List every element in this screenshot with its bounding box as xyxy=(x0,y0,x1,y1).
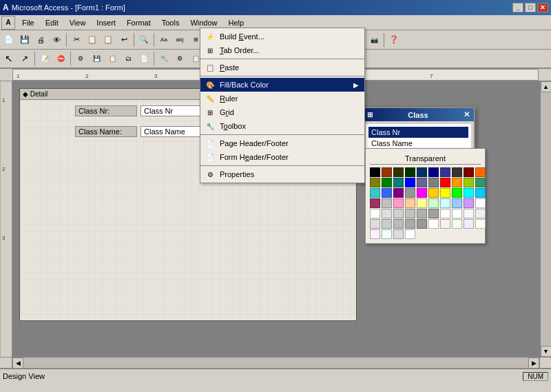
color-cell[interactable] xyxy=(393,188,404,198)
tb-copy[interactable]: 📋 xyxy=(85,32,100,48)
transparent-option[interactable]: Transparent xyxy=(370,153,481,165)
close-button[interactable]: ✕ xyxy=(537,3,548,12)
ctx-page-header-footer[interactable]: 📄 Page Header/Footer xyxy=(200,136,364,150)
color-cell[interactable] xyxy=(382,219,392,229)
tb-cut[interactable]: ✂ xyxy=(69,32,84,48)
color-cell[interactable] xyxy=(417,178,427,187)
menu-view[interactable]: View xyxy=(64,17,92,28)
tb2-cursor[interactable]: ↗ xyxy=(17,51,32,66)
ctx-fill-back-color[interactable]: 🎨 Fill/Back Color ▶ xyxy=(200,78,364,92)
color-cell[interactable] xyxy=(370,198,380,208)
dialog-row-1[interactable]: Class Name xyxy=(368,138,468,149)
color-cell[interactable] xyxy=(452,219,462,229)
tb-preview[interactable]: 👁 xyxy=(49,32,64,48)
tb2-tools[interactable]: 🔧 xyxy=(156,51,171,66)
scroll-track[interactable] xyxy=(541,92,551,346)
tb-paste[interactable]: 📋 xyxy=(101,32,116,48)
color-cell[interactable] xyxy=(440,178,450,187)
color-cell[interactable] xyxy=(370,209,380,218)
minimize-button[interactable]: _ xyxy=(512,3,523,12)
tb-new[interactable]: 📄 xyxy=(1,32,17,48)
color-cell[interactable] xyxy=(475,178,486,187)
menu-insert[interactable]: Insert xyxy=(91,17,121,28)
ctx-grid[interactable]: ⊞ Grid xyxy=(200,105,364,119)
color-cell[interactable] xyxy=(405,167,415,177)
tb2-form[interactable]: 🗂 xyxy=(121,51,136,66)
menu-edit[interactable]: Edit xyxy=(40,17,64,28)
vertical-scrollbar[interactable]: ▲ ▼ xyxy=(540,81,551,357)
horizontal-scrollbar[interactable]: ◀ ▶ xyxy=(12,358,540,368)
menu-file[interactable]: File xyxy=(17,17,40,28)
menu-format[interactable]: Format xyxy=(121,17,156,28)
color-cell[interactable] xyxy=(452,198,462,208)
tb2-select[interactable]: ↖ xyxy=(1,51,17,66)
app-menu-icon[interactable]: A xyxy=(1,16,15,30)
color-cell[interactable] xyxy=(405,229,415,239)
tb-find[interactable]: 🔍 xyxy=(136,32,152,48)
ctx-toolbox[interactable]: 🔧 Toolbox xyxy=(200,119,364,133)
ctx-tab-order[interactable]: ⊞ Tab Order... xyxy=(200,43,364,57)
color-cell[interactable] xyxy=(370,178,380,187)
ctx-build-event[interactable]: ⚡ Build Event... xyxy=(200,30,364,43)
color-cell[interactable] xyxy=(393,229,404,239)
color-cell[interactable] xyxy=(440,188,450,198)
tb-undo[interactable]: ↩ xyxy=(116,32,132,48)
color-cell[interactable] xyxy=(417,219,427,229)
color-cell[interactable] xyxy=(475,219,486,229)
tb2-new-record[interactable]: 📝 xyxy=(37,51,52,66)
color-cell[interactable] xyxy=(382,198,392,208)
color-cell[interactable] xyxy=(464,219,474,229)
color-cell[interactable] xyxy=(440,219,450,229)
color-cell[interactable] xyxy=(405,188,415,198)
color-cell[interactable] xyxy=(428,178,439,187)
class-dialog-titlebar[interactable]: ⊞ Class ✕ xyxy=(363,108,474,121)
color-cell[interactable] xyxy=(370,167,380,177)
color-cell[interactable] xyxy=(464,167,474,177)
ctx-form-header-footer[interactable]: 📄 Form Header/Footer xyxy=(200,150,364,164)
maximize-button[interactable]: □ xyxy=(525,3,536,12)
color-cell[interactable] xyxy=(428,219,439,229)
color-cell[interactable] xyxy=(370,188,380,198)
ctx-paste[interactable]: 📋 Paste xyxy=(200,61,364,74)
color-cell[interactable] xyxy=(440,209,450,218)
tb-save[interactable]: 💾 xyxy=(17,32,32,48)
color-cell[interactable] xyxy=(405,178,415,187)
tb2-properties[interactable]: ⚙ xyxy=(73,51,88,66)
tb2-code[interactable]: 💾 xyxy=(89,51,104,66)
color-cell[interactable] xyxy=(405,198,415,208)
color-cell[interactable] xyxy=(475,188,486,198)
tb-help[interactable]: ❓ xyxy=(386,32,402,48)
color-cell[interactable] xyxy=(428,198,439,208)
color-cell[interactable] xyxy=(417,167,427,177)
color-cell[interactable] xyxy=(464,178,474,187)
color-cell[interactable] xyxy=(452,178,462,187)
scroll-right-button[interactable]: ▶ xyxy=(528,358,539,369)
color-cell[interactable] xyxy=(464,188,474,198)
tb2-menu[interactable]: 📋 xyxy=(105,51,120,66)
color-cell[interactable] xyxy=(440,198,450,208)
color-cell[interactable] xyxy=(393,167,404,177)
color-cell[interactable] xyxy=(464,209,474,218)
dialog-row-0[interactable]: Class Nr xyxy=(368,127,468,138)
color-cell[interactable] xyxy=(428,167,439,177)
menu-tools[interactable]: Tools xyxy=(156,17,185,28)
color-cell[interactable] xyxy=(382,188,392,198)
color-cell[interactable] xyxy=(428,209,439,218)
color-cell[interactable] xyxy=(382,178,392,187)
color-cell[interactable] xyxy=(475,167,486,177)
ctx-properties[interactable]: ⚙ Properties xyxy=(200,167,364,181)
color-cell[interactable] xyxy=(370,219,380,229)
ctx-ruler[interactable]: 📏 Ruler xyxy=(200,92,364,105)
color-cell[interactable] xyxy=(393,198,404,208)
color-cell[interactable] xyxy=(382,229,392,239)
tb-print[interactable]: 🖨 xyxy=(33,32,48,48)
tb-ctrl12[interactable]: 📷 xyxy=(366,32,382,48)
dialog-close-button[interactable]: ✕ xyxy=(464,110,470,119)
color-cell[interactable] xyxy=(475,198,486,208)
tb2-subform[interactable]: 📄 xyxy=(136,51,152,66)
color-cell[interactable] xyxy=(405,209,415,218)
color-cell[interactable] xyxy=(393,209,404,218)
scroll-up-button[interactable]: ▲ xyxy=(541,81,552,92)
color-cell[interactable] xyxy=(417,188,427,198)
scroll-down-button[interactable]: ▼ xyxy=(541,346,552,357)
